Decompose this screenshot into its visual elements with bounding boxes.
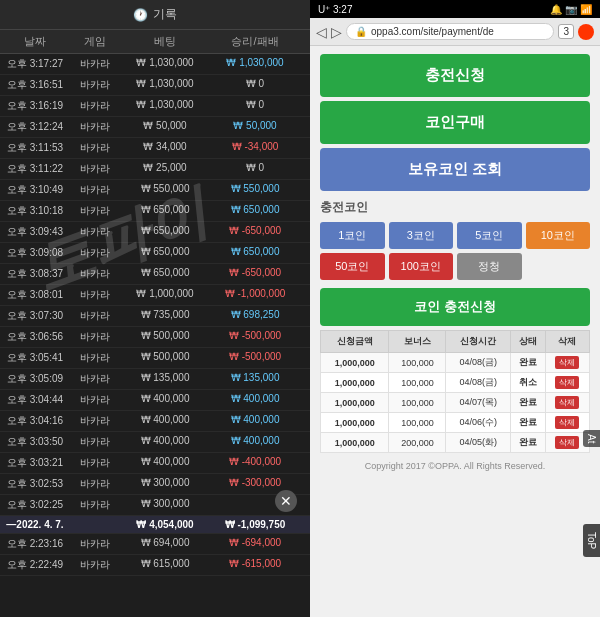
row-date: 오후 3:10:49 <box>0 183 70 197</box>
cell-time: 04/07(목) <box>446 393 511 413</box>
row-game: 바카라 <box>70 372 120 386</box>
row-game: 바카라 <box>70 57 120 71</box>
cell-time: 04/08(금) <box>446 353 511 373</box>
th-amount: 신청금액 <box>321 331 389 353</box>
forward-icon[interactable]: ▷ <box>331 24 342 40</box>
row-game: 바카라 <box>70 351 120 365</box>
row-bet: ₩ 25,000 <box>120 162 210 176</box>
delete-button[interactable]: 삭제 <box>555 396 579 409</box>
history-title: 기록 <box>153 6 177 23</box>
row-date: 오후 3:16:19 <box>0 99 70 113</box>
col-game: 게임 <box>70 34 120 49</box>
tab-badge[interactable]: 3 <box>558 24 574 39</box>
table-row: 오후 3:10:18 바카라 ₩ 650,000 ₩ 650,000 <box>0 201 310 222</box>
row-result: ₩ -650,000 <box>210 225 300 239</box>
delete-button[interactable]: 삭제 <box>555 356 579 369</box>
row-bet: ₩ 500,000 <box>120 330 210 344</box>
row-date: 오후 3:03:50 <box>0 435 70 449</box>
cell-amount: 1,000,000 <box>321 353 389 373</box>
cell-bonus: 200,000 <box>389 433 446 453</box>
row-result: ₩ 650,000 <box>210 246 300 260</box>
row-bet: ₩ 400,000 <box>120 393 210 407</box>
cell-delete[interactable]: 삭제 <box>545 393 589 413</box>
row-date: 오후 3:02:53 <box>0 477 70 491</box>
cell-delete[interactable]: 삭제 <box>545 373 589 393</box>
row-result: ₩ 400,000 <box>210 414 300 428</box>
coin-5-button[interactable]: 5코인 <box>457 222 522 249</box>
cell-bonus: 100,000 <box>389 353 446 373</box>
cell-time: 04/05(화) <box>446 433 511 453</box>
row-game: 바카라 <box>70 246 120 260</box>
record-button[interactable] <box>578 24 594 40</box>
row-result: ₩ -1,000,000 <box>210 288 300 302</box>
delete-button[interactable]: 삭제 <box>555 436 579 449</box>
row-bet: ₩ 400,000 <box>120 435 210 449</box>
table-row: 오후 3:09:08 바카라 ₩ 650,000 ₩ 650,000 <box>0 243 310 264</box>
row-game: 바카라 <box>70 414 120 428</box>
table-row: 오후 3:12:24 바카라 ₩ 50,000 ₩ 50,000 <box>0 117 310 138</box>
coin-charge-button[interactable]: 코인 충전신청 <box>320 288 590 326</box>
delete-button[interactable]: 삭제 <box>555 376 579 389</box>
row-result: ₩ -615,000 <box>210 558 300 572</box>
row-bet: ₩ 650,000 <box>120 225 210 239</box>
at-float-button[interactable]: At <box>583 430 600 447</box>
table-row: 오후 3:09:43 바카라 ₩ 650,000 ₩ -650,000 <box>0 222 310 243</box>
row-result: ₩ -1,099,750 <box>210 519 300 530</box>
col-bet: 베팅 <box>120 34 210 49</box>
top-float-button[interactable]: ToP <box>583 524 600 557</box>
back-icon[interactable]: ◁ <box>316 24 327 40</box>
row-result: ₩ 1,030,000 <box>210 57 300 71</box>
row-bet: ₩ 50,000 <box>120 120 210 134</box>
payment-row: 1,000,000 100,000 04/08(금) 취소 삭제 <box>321 373 590 393</box>
row-game: 바카라 <box>70 456 120 470</box>
row-game <box>70 519 120 530</box>
table-row: 오후 3:02:25 바카라 ₩ 300,000 <box>0 495 310 516</box>
charge-button[interactable]: 충전신청 <box>320 54 590 97</box>
row-game: 바카라 <box>70 78 120 92</box>
coin-50-button[interactable]: 50코인 <box>320 253 385 280</box>
coin-clear-button[interactable]: 정청 <box>457 253 522 280</box>
payment-panel: U⁺ 3:27 🔔 📷 📶 ◁ ▷ 🔒 oppa3.com/site/payme… <box>310 0 600 617</box>
row-date: 오후 3:05:41 <box>0 351 70 365</box>
payment-row: 1,000,000 100,000 04/08(금) 완료 삭제 <box>321 353 590 373</box>
row-bet: ₩ 694,000 <box>120 537 210 551</box>
row-result: ₩ 0 <box>210 78 300 92</box>
row-result: ₩ 400,000 <box>210 435 300 449</box>
col-result: 승리/패배 <box>210 34 300 49</box>
payment-content[interactable]: 충전신청 코인구매 보유코인 조회 충전코인 1코인 3코인 5코인 10코인 … <box>310 46 600 617</box>
history-table-body[interactable]: 오후 3:17:27 바카라 ₩ 1,030,000 ₩ 1,030,000 오… <box>0 54 310 611</box>
th-bonus: 보너스 <box>389 331 446 353</box>
address-bar[interactable]: 🔒 oppa3.com/site/payment/de <box>346 23 554 40</box>
table-row: 오후 3:11:53 바카라 ₩ 34,000 ₩ -34,000 <box>0 138 310 159</box>
cell-time: 04/06(수) <box>446 413 511 433</box>
coin-10-button[interactable]: 10코인 <box>526 222 591 249</box>
payment-row: 1,000,000 200,000 04/05(화) 완료 삭제 <box>321 433 590 453</box>
network-status: U⁺ 3:27 <box>318 4 352 15</box>
row-date: 오후 3:07:30 <box>0 309 70 323</box>
row-date: 오후 3:03:21 <box>0 456 70 470</box>
row-bet: ₩ 500,000 <box>120 351 210 365</box>
browser-bar: ◁ ▷ 🔒 oppa3.com/site/payment/de 3 <box>310 18 600 46</box>
payment-row: 1,000,000 100,000 04/07(목) 완료 삭제 <box>321 393 590 413</box>
cell-bonus: 100,000 <box>389 393 446 413</box>
row-bet: ₩ 735,000 <box>120 309 210 323</box>
table-row: 오후 3:11:22 바카라 ₩ 25,000 ₩ 0 <box>0 159 310 180</box>
coin-100-button[interactable]: 100코인 <box>389 253 454 280</box>
row-result: ₩ -500,000 <box>210 351 300 365</box>
table-row: 오후 3:08:01 바카라 ₩ 1,000,000 ₩ -1,000,000 <box>0 285 310 306</box>
cell-delete[interactable]: 삭제 <box>545 353 589 373</box>
row-bet: ₩ 4,054,000 <box>120 519 210 530</box>
cell-delete[interactable]: 삭제 <box>545 413 589 433</box>
history-header: 🕐 기록 <box>0 0 310 30</box>
close-button[interactable]: ✕ <box>275 490 297 512</box>
row-date: 오후 3:09:08 <box>0 246 70 260</box>
coin-buy-button[interactable]: 코인구매 <box>320 101 590 144</box>
coin-check-button[interactable]: 보유코인 조회 <box>320 148 590 191</box>
coin-1-button[interactable]: 1코인 <box>320 222 385 249</box>
row-bet: ₩ 1,030,000 <box>120 78 210 92</box>
row-result: ₩ -694,000 <box>210 537 300 551</box>
row-bet: ₩ 1,000,000 <box>120 288 210 302</box>
row-game: 바카라 <box>70 204 120 218</box>
coin-3-button[interactable]: 3코인 <box>389 222 454 249</box>
delete-button[interactable]: 삭제 <box>555 416 579 429</box>
